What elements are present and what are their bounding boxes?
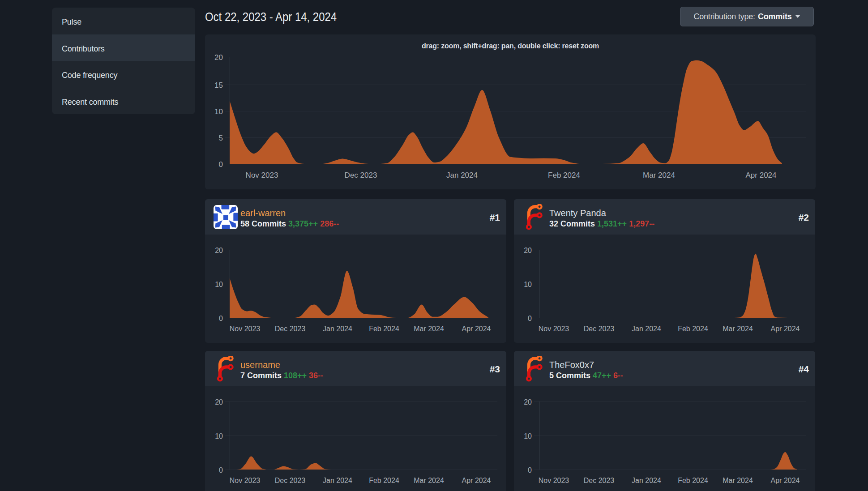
svg-text:20: 20 <box>215 247 223 254</box>
svg-text:20: 20 <box>214 53 223 62</box>
svg-text:Feb 2024: Feb 2024 <box>369 477 399 484</box>
svg-text:Dec 2023: Dec 2023 <box>584 477 615 484</box>
svg-text:Dec 2023: Dec 2023 <box>275 477 306 484</box>
svg-text:20: 20 <box>524 398 532 406</box>
svg-text:Apr 2024: Apr 2024 <box>771 325 800 333</box>
svg-text:Apr 2024: Apr 2024 <box>462 477 491 484</box>
svg-text:Jan 2024: Jan 2024 <box>632 477 661 484</box>
svg-text:Nov 2023: Nov 2023 <box>539 325 569 333</box>
svg-text:15: 15 <box>214 81 223 90</box>
svg-text:Apr 2024: Apr 2024 <box>462 325 491 333</box>
svg-text:10: 10 <box>524 432 532 440</box>
svg-text:10: 10 <box>215 432 223 440</box>
svg-text:Mar 2024: Mar 2024 <box>414 325 444 333</box>
svg-text:5: 5 <box>219 134 223 142</box>
svg-text:Dec 2023: Dec 2023 <box>584 325 615 333</box>
svg-text:0: 0 <box>219 160 223 169</box>
svg-text:Nov 2023: Nov 2023 <box>246 171 278 179</box>
svg-text:drag: zoom, shift+drag: pan, d: drag: zoom, shift+drag: pan, double clic… <box>422 42 599 50</box>
svg-text:Feb 2024: Feb 2024 <box>548 171 580 179</box>
svg-text:Jan 2024: Jan 2024 <box>323 325 352 333</box>
svg-text:Mar 2024: Mar 2024 <box>414 477 444 484</box>
svg-text:0: 0 <box>219 466 223 474</box>
svg-text:Mar 2024: Mar 2024 <box>723 325 753 333</box>
svg-text:Feb 2024: Feb 2024 <box>678 477 708 484</box>
svg-text:Mar 2024: Mar 2024 <box>723 477 753 484</box>
svg-text:Nov 2023: Nov 2023 <box>230 325 261 333</box>
svg-text:Nov 2023: Nov 2023 <box>539 477 569 484</box>
svg-text:20: 20 <box>215 398 223 406</box>
svg-text:Dec 2023: Dec 2023 <box>345 171 377 179</box>
svg-text:Dec 2023: Dec 2023 <box>275 325 306 333</box>
svg-text:0: 0 <box>528 466 532 474</box>
svg-text:Jan 2024: Jan 2024 <box>632 325 661 333</box>
svg-text:Apr 2024: Apr 2024 <box>746 171 777 179</box>
svg-text:10: 10 <box>524 281 532 288</box>
svg-text:Mar 2024: Mar 2024 <box>643 171 675 179</box>
svg-text:0: 0 <box>528 315 532 322</box>
svg-text:Jan 2024: Jan 2024 <box>323 477 352 484</box>
svg-text:10: 10 <box>214 107 223 116</box>
svg-text:Apr 2024: Apr 2024 <box>771 477 800 484</box>
svg-text:Feb 2024: Feb 2024 <box>678 325 708 333</box>
svg-text:Nov 2023: Nov 2023 <box>230 477 261 484</box>
svg-text:Jan 2024: Jan 2024 <box>446 171 478 179</box>
svg-text:10: 10 <box>215 281 223 288</box>
svg-text:0: 0 <box>219 315 223 322</box>
svg-text:20: 20 <box>524 247 532 254</box>
svg-text:Feb 2024: Feb 2024 <box>369 325 399 333</box>
